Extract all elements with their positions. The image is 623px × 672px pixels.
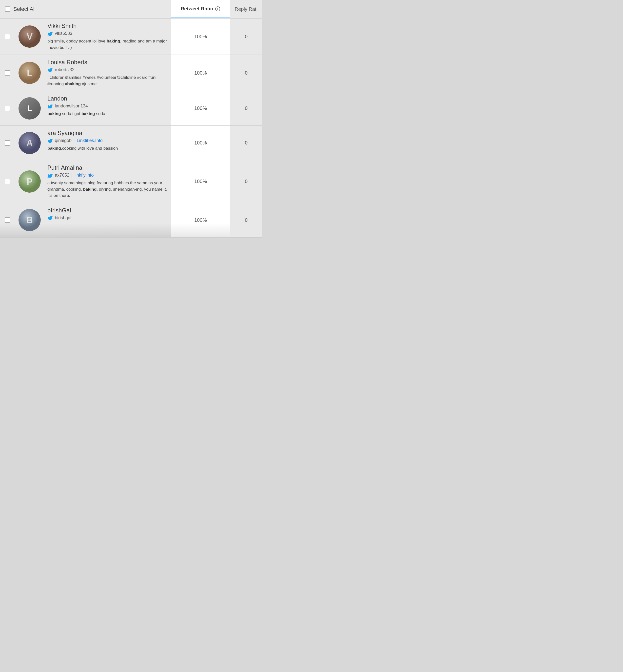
- row-checkbox[interactable]: [5, 106, 10, 111]
- row-checkbox-area: [0, 160, 15, 203]
- table-row: A ara Syauqina qinaigob | Linktitles.Inf…: [0, 126, 262, 160]
- row-checkbox[interactable]: [5, 140, 10, 146]
- user-handle-row: ax7652 | linkfly.info: [48, 173, 168, 178]
- avatar-area: A: [15, 126, 44, 160]
- retweet-ratio-value: 100%: [171, 55, 230, 91]
- table-row: L Louisa Roberts robertsl32 #children&fa…: [0, 55, 262, 91]
- user-name: Landon: [48, 95, 168, 102]
- svg-text:A: A: [26, 138, 33, 148]
- user-bio: big smile, dodgy accent lol love baking,…: [48, 38, 168, 51]
- user-info: Louisa Roberts robertsl32 #children&fami…: [44, 55, 171, 91]
- table-row: P Putri Amalina ax7652 | linkfly.info a …: [0, 160, 262, 203]
- select-all-checkbox[interactable]: [5, 6, 10, 12]
- user-bio: a twenty something's blog featuring hobb…: [48, 180, 168, 199]
- avatar: L: [19, 62, 41, 84]
- avatar-area: B: [15, 203, 44, 237]
- user-bio: #children&families #wales #volunteer@chi…: [48, 74, 168, 87]
- user-info: Putri Amalina ax7652 | linkfly.info a tw…: [44, 160, 171, 203]
- row-checkbox[interactable]: [5, 179, 10, 184]
- svg-text:V: V: [27, 32, 33, 42]
- reply-ratio-value: 0: [230, 203, 262, 237]
- avatar: P: [19, 170, 41, 193]
- retweet-ratio-value: 100%: [171, 203, 230, 237]
- user-name: Louisa Roberts: [48, 59, 168, 66]
- row-checkbox[interactable]: [5, 217, 10, 223]
- user-handle-row: viks6583: [48, 31, 168, 36]
- twitter-icon: [48, 68, 53, 72]
- user-handle-row: robertsl32: [48, 67, 168, 73]
- user-info: ara Syauqina qinaigob | Linktitles.Info …: [44, 126, 171, 160]
- avatar-area: L: [15, 55, 44, 91]
- row-checkbox-area: [0, 91, 15, 125]
- avatar: L: [19, 97, 41, 119]
- user-handle: landonwilson134: [55, 104, 88, 109]
- user-handle: robertsl32: [55, 67, 75, 73]
- user-name: Vikki Smith: [48, 23, 168, 29]
- reply-ratio-value: 0: [230, 55, 262, 91]
- avatar: B: [19, 209, 41, 231]
- user-handle: viks6583: [55, 31, 72, 36]
- retweet-ratio-value: 100%: [171, 91, 230, 125]
- twitter-icon: [48, 139, 53, 143]
- row-checkbox-area: [0, 19, 15, 55]
- row-checkbox[interactable]: [5, 34, 10, 39]
- table-row: B bIrishGal birishgal 100% 0: [0, 203, 262, 237]
- user-handle: qinaigob: [55, 138, 71, 143]
- reply-ratio-value: 0: [230, 19, 262, 55]
- twitter-icon: [48, 216, 53, 220]
- row-checkbox[interactable]: [5, 70, 10, 76]
- user-handle-row: landonwilson134: [48, 104, 168, 109]
- reply-ratio-value: 0: [230, 126, 262, 160]
- handle-separator: |: [73, 138, 75, 143]
- table-row: L Landon landonwilson134 baking soda i g…: [0, 91, 262, 126]
- user-list: V Vikki Smith viks6583 big smile, dodgy …: [0, 19, 262, 237]
- avatar: V: [19, 25, 41, 48]
- avatar-placeholder: L: [19, 97, 41, 119]
- user-info: Landon landonwilson134 baking soda i got…: [44, 91, 171, 125]
- user-handle-row: birishgal: [48, 215, 168, 221]
- header-row: Select All Actions Retweet Ratio i Reply…: [0, 0, 262, 19]
- select-all-container: Select All: [5, 6, 36, 12]
- svg-text:P: P: [27, 176, 33, 187]
- avatar-area: L: [15, 91, 44, 125]
- columns-header: Retweet Ratio i Reply Rati: [171, 0, 262, 18]
- user-link[interactable]: Linktitles.Info: [77, 138, 103, 143]
- retweet-ratio-header: Retweet Ratio i: [171, 0, 230, 18]
- twitter-icon: [48, 173, 53, 177]
- user-name: ara Syauqina: [48, 130, 168, 137]
- row-checkbox-area: [0, 203, 15, 237]
- twitter-icon: [48, 31, 53, 36]
- retweet-ratio-info-icon[interactable]: i: [215, 6, 220, 11]
- table-row: V Vikki Smith viks6583 big smile, dodgy …: [0, 19, 262, 55]
- user-handle: ax7652: [55, 173, 69, 178]
- reply-ratio-value: 0: [230, 160, 262, 203]
- user-handle: birishgal: [55, 215, 71, 221]
- retweet-ratio-value: 100%: [171, 19, 230, 55]
- user-name: bIrishGal: [48, 207, 168, 214]
- user-link[interactable]: linkfly.info: [75, 173, 94, 178]
- twitter-icon: [48, 104, 53, 108]
- user-handle-row: qinaigob | Linktitles.Info: [48, 138, 168, 143]
- reply-ratio-value: 0: [230, 91, 262, 125]
- avatar: A: [19, 132, 41, 154]
- user-bio: baking,cooking with love and passion: [48, 145, 168, 151]
- avatar-area: V: [15, 19, 44, 55]
- row-checkbox-area: [0, 55, 15, 91]
- svg-text:B: B: [26, 215, 33, 225]
- user-info: Vikki Smith viks6583 big smile, dodgy ac…: [44, 19, 171, 55]
- user-bio: baking soda i got baking soda: [48, 111, 168, 117]
- svg-text:L: L: [27, 68, 32, 78]
- row-checkbox-area: [0, 126, 15, 160]
- reply-ratio-header: Reply Rati: [230, 0, 262, 18]
- user-name: Putri Amalina: [48, 164, 168, 171]
- user-info: bIrishGal birishgal: [44, 203, 171, 237]
- avatar-area: P: [15, 160, 44, 203]
- handle-separator: |: [71, 173, 72, 178]
- retweet-ratio-value: 100%: [171, 160, 230, 203]
- retweet-ratio-value: 100%: [171, 126, 230, 160]
- select-all-label: Select All: [13, 6, 36, 12]
